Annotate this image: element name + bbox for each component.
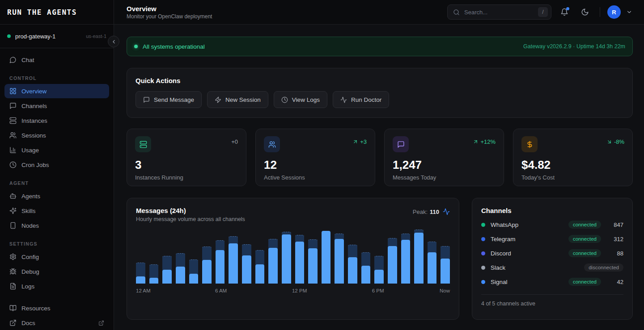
status-text: All systems operational	[143, 43, 205, 50]
gateway-selector[interactable]: prod-gateway-1 us-east-1	[0, 25, 114, 48]
sidebar-item-logs[interactable]: Logs	[4, 279, 109, 293]
sidebar-item-sessions[interactable]: Sessions	[4, 128, 109, 142]
channel-status-dot	[481, 251, 485, 255]
stat-label: Today's Cost	[521, 174, 624, 181]
channel-status-dot	[481, 223, 485, 227]
stats-row: +03Instances Running+312Active Sessions+…	[127, 129, 633, 186]
quick-actions-row: Send MessageNew SessionView LogsRun Doct…	[136, 91, 624, 108]
chart-bar-hour-3	[176, 230, 185, 284]
content: All systems operational Gateway v2026.2.…	[114, 25, 644, 320]
activity-icon	[443, 208, 450, 215]
channel-name: Signal	[491, 279, 508, 285]
chart-bar-hour-7	[229, 230, 238, 284]
search-input[interactable]	[463, 8, 534, 16]
top-bar-actions: / R	[447, 4, 632, 20]
sidebar-item-channels[interactable]: Channels	[4, 99, 109, 113]
sidebar-item-chat[interactable]: Chat	[4, 53, 109, 67]
avatar[interactable]: R	[607, 5, 621, 19]
sidebar-item-label: Docs	[21, 320, 35, 326]
quick-actions-card: Quick Actions Send MessageNew SessionVie…	[127, 68, 633, 118]
nav-section-label: CONTROL	[9, 75, 104, 81]
sidebar-item-config[interactable]: Config	[4, 250, 109, 264]
stat-trend: +0	[231, 138, 238, 145]
gateway-status-dot	[7, 34, 11, 38]
sidebar-item-overview[interactable]: Overview	[4, 84, 109, 98]
sidebar-item-nodes[interactable]: Nodes	[4, 218, 109, 233]
chart-bar-hour-13	[308, 230, 318, 284]
sidebar-item-debug[interactable]: Debug	[4, 264, 109, 279]
quick-actions-title: Quick Actions	[136, 77, 624, 84]
x-axis-label: 6 AM	[215, 288, 227, 293]
sidebar-item-instances[interactable]: Instances	[4, 113, 109, 128]
sidebar-item-label: Chat	[21, 57, 34, 63]
sidebar-collapse-button[interactable]	[108, 36, 119, 47]
stat-card-active-sessions: +312Active Sessions	[255, 129, 375, 186]
sidebar-item-agents[interactable]: Agents	[4, 189, 109, 203]
channel-row-telegram: Telegramconnected312	[481, 232, 623, 246]
stat-trend: +12%	[473, 138, 496, 145]
sidebar-item-label: Sessions	[21, 132, 46, 139]
stat-icon-tile	[521, 136, 538, 152]
stat-value: $4.82	[521, 158, 624, 172]
chat-icon	[9, 56, 17, 63]
sidebar-item-label: Skills	[21, 208, 36, 214]
x-axis-label: 12 AM	[136, 288, 151, 293]
channel-count: 312	[606, 236, 623, 242]
external-link-icon	[98, 320, 104, 326]
sidebar-item-resources[interactable]: Resources	[4, 301, 109, 315]
gear-icon	[9, 253, 17, 260]
chevron-down-icon[interactable]	[626, 9, 632, 15]
run-doctor-button[interactable]: Run Doctor	[333, 91, 389, 108]
sidebar-item-label: Nodes	[21, 222, 39, 229]
sidebar-item-cron-jobs[interactable]: Cron Jobs	[4, 158, 109, 172]
chart-bar-hour-19	[388, 230, 397, 284]
channel-count: 88	[606, 250, 623, 257]
sidebar-item-skills[interactable]: Skills	[4, 204, 109, 218]
notifications-button[interactable]	[557, 4, 572, 20]
arrow-down-right-icon	[606, 139, 612, 145]
page-heading: Overview Monitor your OpenClaw deploymen…	[127, 5, 212, 20]
nav-section-label: AGENT	[9, 180, 104, 186]
sidebar-item-usage[interactable]: Usage	[4, 143, 109, 157]
gateway-region: us-east-1	[86, 33, 106, 39]
server-icon	[9, 117, 17, 124]
search-box[interactable]: /	[447, 4, 551, 20]
view-logs-button[interactable]: View Logs	[274, 91, 327, 108]
chart-subtitle: Hourly message volume across all channel…	[136, 216, 245, 222]
dollar-icon	[526, 141, 534, 148]
chart-bar-hour-2	[162, 230, 172, 284]
app-root: RUN THE AGENTS prod-gateway-1 us-east-1 …	[0, 0, 644, 330]
channel-name: Telegram	[491, 236, 516, 242]
new-session-button[interactable]: New Session	[207, 91, 268, 108]
channel-row-discord: Discordconnected88	[481, 246, 623, 260]
channels-footer: 4 of 5 channels active	[481, 294, 623, 307]
sidebar-item-label: Logs	[21, 283, 34, 290]
stat-trend: +3	[352, 138, 367, 145]
send-message-button[interactable]: Send Message	[136, 91, 202, 108]
channels-card: Channels WhatsAppconnected847Telegramcon…	[472, 198, 633, 320]
chart-bar-hour-15	[335, 230, 344, 284]
stat-icon-tile	[135, 136, 151, 152]
sidebar-item-label: Channels	[21, 103, 47, 109]
chart-bar-hour-9	[255, 230, 265, 284]
chevron-left-icon	[111, 39, 117, 45]
chart-header: Messages (24h) Hourly message volume acr…	[136, 207, 450, 222]
sidebar-item-label: Config	[21, 254, 39, 260]
channel-name: WhatsApp	[491, 221, 518, 228]
notification-badge	[566, 7, 569, 10]
stat-card-messages-today: +12%1,247Messages Today	[384, 129, 504, 186]
x-axis-label: Now	[440, 288, 450, 293]
sidebar-item-label: Overview	[21, 88, 47, 95]
layout-grid-icon	[9, 88, 17, 95]
theme-toggle-button[interactable]	[577, 4, 593, 20]
chart-bar-hour-21	[414, 230, 424, 284]
nav-footer: ResourcesDocs	[4, 301, 109, 330]
chart-bar-hour-6	[216, 230, 225, 284]
page-title: Overview	[127, 5, 212, 13]
bottom-row: Messages (24h) Hourly message volume acr…	[127, 198, 633, 320]
arrow-up-right-icon	[352, 139, 358, 145]
messages-chart-card: Messages (24h) Hourly message volume acr…	[127, 198, 459, 320]
chart-bar-hour-17	[361, 230, 371, 284]
sidebar-item-docs[interactable]: Docs	[4, 316, 109, 330]
channel-status-dot	[481, 266, 485, 270]
